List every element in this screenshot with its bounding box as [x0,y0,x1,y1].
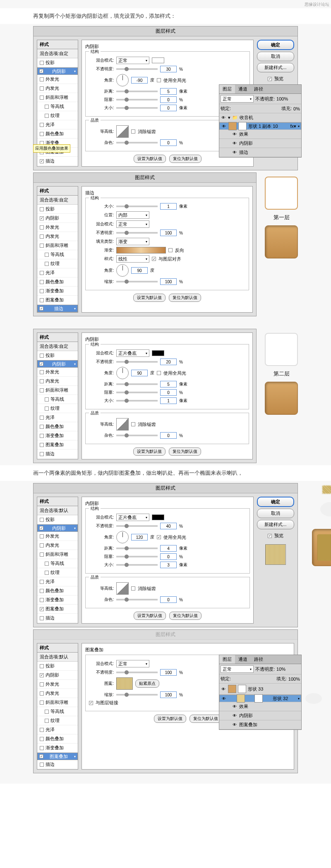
layer-blend-mode[interactable]: 正常 [221,95,254,103]
global-light-checkbox[interactable] [157,371,161,375]
style-color-overlay[interactable]: 颜色叠加 [37,734,78,744]
reset-default-button[interactable]: 复位为默认值 [169,612,201,620]
style-contour[interactable]: 等高线 [37,250,78,259]
style-inner-shadow[interactable]: 内阴影 [37,67,78,75]
blend-mode-select[interactable]: 正片叠底 [116,349,149,357]
ok-button[interactable]: 确定 [257,497,294,507]
style-outer-glow[interactable]: 外发光 [37,532,78,541]
tab-paths[interactable]: 路径 [251,85,266,93]
contour-picker[interactable] [116,582,129,595]
blend-mode-select[interactable]: 正常 [116,57,149,64]
style-inner-glow[interactable]: 内发光 [37,689,78,698]
tab-layers[interactable]: 图层 [219,655,235,664]
style-pattern-overlay[interactable]: 图案叠加 [37,296,78,305]
distance-slider[interactable] [116,548,158,549]
fx-icon[interactable]: fx▾ [290,124,296,129]
style-gradient-overlay[interactable]: 渐变叠加 [37,744,78,753]
color-swatch[interactable] [152,514,164,520]
opacity-input[interactable] [160,523,177,529]
style-bevel[interactable]: 斜面和浮雕 [37,93,78,102]
style-outer-glow[interactable]: 外发光 [37,680,78,689]
layer-thumb[interactable] [237,694,245,703]
style-texture[interactable]: 纹理 [37,568,78,577]
reset-default-button[interactable]: 复位为默认值 [169,294,201,302]
fx-inner-shadow[interactable]: 内阴影 [239,713,253,719]
eye-icon[interactable] [221,115,226,121]
style-inner-glow[interactable]: 内发光 [37,84,78,93]
style-gradient-overlay[interactable]: 渐变叠加 [37,287,78,296]
distance-input[interactable] [160,88,177,95]
eye-icon[interactable] [232,141,237,146]
angle-input[interactable] [131,77,148,84]
eye-icon[interactable] [232,704,237,710]
eye-icon[interactable] [232,132,237,137]
global-light-checkbox[interactable] [157,78,161,82]
tab-paths[interactable]: 路径 [251,655,266,664]
group-name[interactable]: 收音机 [240,115,253,121]
noise-input[interactable] [160,432,177,439]
angle-input[interactable] [131,267,148,274]
position-select[interactable]: 内部 [116,211,149,219]
opacity-input[interactable] [160,359,177,365]
blend-options[interactable]: 混合选项:默认 [37,506,78,515]
angle-input[interactable] [131,534,148,540]
style-drop-shadow[interactable]: 投影 [37,205,78,214]
choke-input[interactable] [160,389,177,396]
layer-opacity-value[interactable]: 10% [276,667,285,672]
contour-picker[interactable] [116,125,129,138]
snap-origin-button[interactable]: 贴紧原点 [135,679,159,688]
eye-icon[interactable] [232,722,237,728]
angle-dial[interactable] [116,531,129,543]
style-satin[interactable]: 光泽 [37,413,78,422]
style-inner-glow[interactable]: 内发光 [37,232,78,241]
layer-opacity-value[interactable]: 100% [276,96,288,101]
style-contour[interactable]: 等高线 [37,395,78,404]
layer-thumb[interactable] [228,685,236,693]
noise-slider[interactable] [116,435,158,436]
eye-icon[interactable] [232,713,237,719]
style-pattern-overlay[interactable]: 图案叠加 [37,753,78,760]
style-bevel[interactable]: 斜面和浮雕 [37,550,78,559]
layer-name[interactable]: 形状 1 副本 10 [248,123,278,129]
scale-slider[interactable] [116,281,158,282]
style-bevel[interactable]: 斜面和浮雕 [37,386,78,395]
style-stroke[interactable]: 描边 [37,157,78,166]
layer-blend-mode[interactable]: 正常 [221,665,254,673]
noise-slider[interactable] [116,599,158,600]
style-stroke[interactable]: 描边 [37,760,78,769]
noise-slider[interactable] [116,142,158,143]
contour-picker[interactable] [116,418,129,430]
fx-stroke[interactable]: 描边 [239,149,248,155]
style-inner-shadow[interactable]: 内阴影 [37,671,78,680]
layer-name[interactable]: 形状 32 [273,696,288,702]
angle-dial[interactable] [116,264,129,277]
reset-default-button[interactable]: 复位为默认值 [189,715,222,723]
mask-thumb[interactable] [254,694,263,703]
scale-input[interactable] [160,278,177,285]
align-checkbox[interactable] [152,257,156,261]
style-bevel[interactable]: 斜面和浮雕 [37,698,78,707]
choke-input[interactable] [160,553,177,560]
ok-button[interactable]: 确定 [257,40,294,50]
layer-thumb[interactable] [228,122,237,130]
link-checkbox[interactable] [89,701,93,705]
choke-slider[interactable] [116,392,158,393]
style-contour[interactable]: 等高线 [37,102,78,111]
style-pattern-overlay[interactable]: 图案叠加 [37,605,78,614]
style-outer-glow[interactable]: 外发光 [37,75,78,84]
choke-slider[interactable] [116,99,158,100]
style-pattern-overlay[interactable]: 图案叠加 [37,440,78,450]
size-input[interactable] [160,203,177,210]
distance-slider[interactable] [116,383,158,385]
size-input[interactable] [160,562,177,568]
angle-dial[interactable] [116,367,129,379]
style-color-overlay[interactable]: 颜色叠加 [37,277,78,287]
style-contour[interactable]: 等高线 [37,707,78,716]
global-light-checkbox[interactable] [157,535,161,539]
style-texture[interactable]: 纹理 [37,111,78,120]
style-outer-glow[interactable]: 外发光 [37,368,78,377]
style-texture[interactable]: 纹理 [37,716,78,725]
distance-input[interactable] [160,381,177,387]
opacity-input[interactable] [160,230,177,236]
blend-options[interactable]: 混合选项:自定 [37,196,78,205]
